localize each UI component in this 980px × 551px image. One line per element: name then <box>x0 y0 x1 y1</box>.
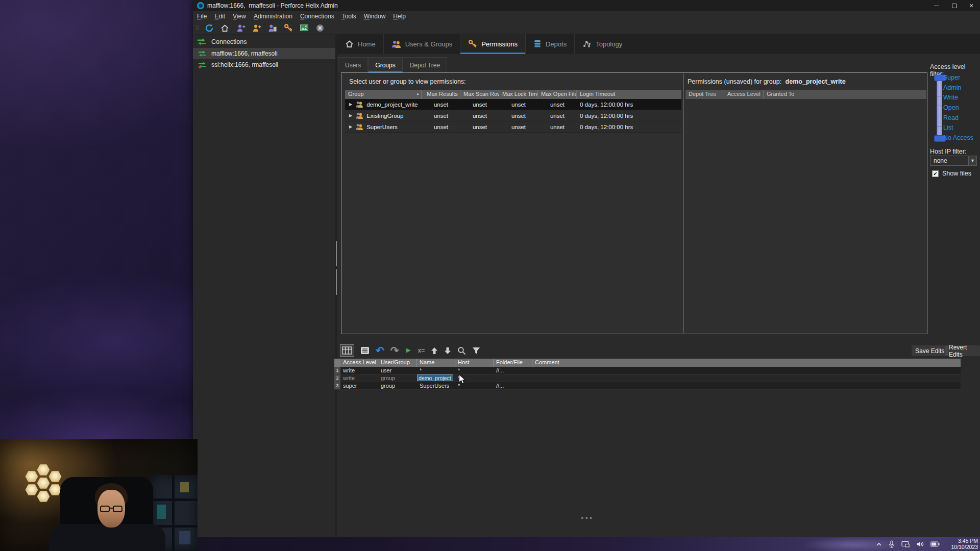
menu-connections[interactable]: Connections <box>300 11 334 21</box>
delete-row-icon[interactable]: x= <box>418 344 425 357</box>
maximize-button[interactable] <box>945 0 963 11</box>
expand-arrow-icon[interactable]: ▶ <box>349 102 352 107</box>
bottom-splitter-handle[interactable]: ●●● <box>581 515 594 520</box>
group-row-existinggroup[interactable]: ▶ ExistingGroup unset unset unset unset … <box>345 110 681 121</box>
add-user-icon[interactable] <box>235 22 247 34</box>
toolbar-drag-handle[interactable]: ⁞⁞ <box>195 24 199 32</box>
menu-edit[interactable]: Edit <box>214 11 225 21</box>
column-group[interactable]: Group▲ <box>345 90 422 99</box>
display-icon[interactable] <box>901 541 910 547</box>
content-divider[interactable] <box>683 73 683 333</box>
user-spec-icon[interactable] <box>267 22 278 34</box>
folder-file-cell[interactable]: //... <box>494 367 532 374</box>
tab-home[interactable]: Home <box>337 34 384 54</box>
title-bar[interactable]: mafflow:1666, rmaffesoli - Perforce Heli… <box>193 0 980 11</box>
access-level-slider-track[interactable] <box>936 75 942 142</box>
column-depot-tree[interactable]: Depot Tree <box>685 90 724 99</box>
microphone-icon[interactable] <box>889 540 895 548</box>
minimize-button[interactable] <box>928 0 945 11</box>
tab-permissions[interactable]: Permissions <box>460 34 526 54</box>
disconnect-icon[interactable] <box>314 22 326 34</box>
column-access-level[interactable]: Access Level <box>724 90 764 99</box>
comment-cell[interactable] <box>532 374 961 382</box>
access-level-cell[interactable]: write <box>340 367 378 374</box>
show-files-checkbox[interactable]: ✔ <box>932 170 939 177</box>
level-no-access[interactable]: No Access <box>943 133 973 143</box>
move-up-icon[interactable] <box>431 344 438 357</box>
folder-file-cell[interactable]: //... <box>494 382 532 389</box>
column-access-level[interactable]: Access Level <box>340 359 378 367</box>
battery-icon[interactable] <box>930 541 940 547</box>
taskbar-clock[interactable]: 3:45 PM 10/10/2023 <box>946 538 978 550</box>
redo-icon[interactable]: ↷ <box>390 344 399 357</box>
menu-view[interactable]: View <box>233 11 246 21</box>
comment-cell[interactable] <box>532 367 961 374</box>
user-group-cell[interactable]: group <box>378 374 417 382</box>
grid-view-button[interactable] <box>340 344 354 357</box>
menu-window[interactable]: Window <box>364 11 386 21</box>
tray-expand-icon[interactable] <box>876 542 882 547</box>
host-ip-dropdown[interactable]: none ▼ <box>930 156 977 166</box>
group-row-superusers[interactable]: ▶ SuperUsers unset unset unset unset 0 d… <box>345 121 681 133</box>
home-icon[interactable] <box>219 22 231 34</box>
image-icon[interactable] <box>299 22 310 34</box>
access-level-cell[interactable]: super <box>340 382 378 389</box>
search-icon[interactable] <box>457 344 466 357</box>
column-host[interactable]: Host <box>455 359 494 367</box>
level-admin[interactable]: Admin <box>943 83 973 93</box>
connection-item-mafflow[interactable]: mafflow:1666, rmaffesoli <box>193 48 335 59</box>
column-name[interactable]: Name <box>417 359 455 367</box>
column-comment[interactable]: Comment <box>532 359 961 367</box>
panel-splitter[interactable] <box>335 35 337 537</box>
name-cell[interactable]: * <box>417 367 455 374</box>
name-cell-selected[interactable]: demo_project_... <box>417 374 453 381</box>
insert-row-icon[interactable] <box>405 344 412 357</box>
user-group-cell[interactable]: user <box>378 367 417 374</box>
column-granted-to[interactable]: Granted To <box>764 90 926 99</box>
menu-tools[interactable]: Tools <box>342 11 356 21</box>
menu-file[interactable]: File <box>197 11 207 21</box>
revert-edits-button[interactable]: Revert Edits <box>945 345 980 356</box>
move-down-icon[interactable] <box>444 344 451 357</box>
permissions-key-icon[interactable] <box>283 22 294 34</box>
access-level-cell[interactable]: write <box>340 374 378 382</box>
column-max-results[interactable]: Max Results <box>422 90 460 99</box>
chevron-down-icon[interactable]: ▼ <box>968 156 976 165</box>
permission-row[interactable]: 1 write user * * //... <box>334 367 961 374</box>
column-max-lock-time[interactable]: Max Lock Time (m <box>499 90 538 99</box>
column-max-open-files[interactable]: Max Open Files <box>538 90 577 99</box>
group-row-demo-project-write[interactable]: ▶ demo_project_write unset unset unset u… <box>345 99 681 110</box>
column-max-scan-rows[interactable]: Max Scan Rows <box>460 90 499 99</box>
name-cell[interactable]: SuperUsers <box>417 382 455 389</box>
speaker-icon[interactable] <box>916 541 924 547</box>
level-open[interactable]: Open <box>943 103 973 113</box>
column-user-group[interactable]: User/Group <box>378 359 417 367</box>
add-group-icon[interactable] <box>251 22 262 34</box>
tab-users-groups[interactable]: Users & Groups <box>384 34 460 54</box>
host-cell[interactable]: * <box>455 367 494 374</box>
level-super[interactable]: Super <box>943 73 973 83</box>
tab-depots[interactable]: Depots <box>526 34 575 54</box>
undo-icon[interactable]: ↶ <box>376 344 384 357</box>
subtab-depot-tree[interactable]: Depot Tree <box>403 57 447 72</box>
menu-administration[interactable]: Administration <box>254 11 292 21</box>
user-group-cell[interactable]: group <box>378 382 417 389</box>
connection-item-sslhelix[interactable]: ssl:helix:1666, rmaffesoli <box>193 59 335 70</box>
level-list[interactable]: List <box>943 123 973 133</box>
column-login-timeout[interactable]: Login Timeout <box>577 90 681 99</box>
expand-arrow-icon[interactable]: ▶ <box>349 113 352 118</box>
filter-icon[interactable] <box>472 344 480 357</box>
save-edits-button[interactable]: Save Edits <box>912 345 948 356</box>
comment-cell[interactable] <box>532 382 961 389</box>
close-button[interactable]: ✕ <box>963 0 980 11</box>
permission-row-editing[interactable]: 2 write group demo_project_... * <box>334 374 961 382</box>
subtab-groups[interactable]: Groups <box>368 57 402 72</box>
menu-help[interactable]: Help <box>393 11 406 21</box>
subtab-users[interactable]: Users <box>338 57 368 72</box>
refresh-icon[interactable] <box>204 22 215 34</box>
permission-row[interactable]: 3 super group SuperUsers * //... <box>334 382 961 390</box>
level-read[interactable]: Read <box>943 113 973 123</box>
column-folder-file[interactable]: Folder/File <box>494 359 532 367</box>
form-view-button[interactable] <box>360 344 370 357</box>
level-write[interactable]: Write <box>943 93 973 103</box>
